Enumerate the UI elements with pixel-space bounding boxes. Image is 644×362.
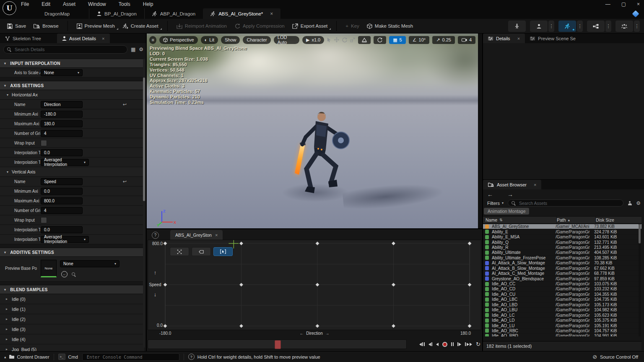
column-header-path[interactable]: Path ▴ [557, 217, 596, 223]
viewport-menu-button[interactable]: ≡ [149, 36, 156, 44]
jump-to-start-button[interactable] [419, 342, 425, 346]
key-button[interactable]: + Key [342, 21, 363, 31]
text-field[interactable]: Speed [41, 178, 83, 185]
blend-sample-point-6[interactable] [239, 283, 243, 287]
asset-row[interactable]: Ability_Ultimate/Game/ParagonGr404.507 K… [483, 250, 641, 255]
asset-row[interactable]: Idle_AO_RBD/Game/ParagonGr104.991 KiB [483, 334, 641, 336]
blend-sample-point-1[interactable] [239, 241, 243, 245]
blend-sample-point-8[interactable] [392, 283, 395, 287]
tab-details[interactable]: Details × [483, 34, 525, 43]
text-field[interactable]: 0.0 [41, 188, 83, 195]
unreal-logo[interactable]: U [3, 1, 16, 15]
asset-row[interactable]: Idle_AO_LU/Game/ParagonGr105.191 KiB [483, 323, 641, 328]
checkbox[interactable] [41, 140, 47, 146]
asset-row[interactable]: AI_Attack_A_Slow_Montage/Game/ParagonGr7… [483, 261, 641, 266]
asset-row[interactable]: AI_Attack_B_Slow_Montage/Game/ParagonGr6… [483, 266, 641, 271]
preview-timeline[interactable] [148, 339, 407, 349]
loop-button[interactable]: ↻ [476, 341, 480, 347]
blend-sample-0[interactable]: ▸Idle (0) [0, 294, 144, 304]
angle-snap-button[interactable]: ∠ 10° [409, 36, 430, 44]
skeleton-mode-button[interactable] [508, 21, 526, 32]
blend-sample-point-3[interactable] [392, 241, 395, 245]
grid-snap-button[interactable]: ▦ 5 [389, 36, 406, 44]
asset-row[interactable]: Idle_AO_LBC/Game/ParagonGr104.735 KiB [483, 297, 641, 302]
asset-row[interactable]: Idle_AO_LBD/Game/ParagonGr105.173 KiB [483, 303, 641, 308]
asset-tab-2[interactable]: ABP_AI_Dragon [144, 8, 203, 19]
surface-snap-button[interactable] [358, 36, 371, 44]
perspective-button[interactable]: Perspective [159, 36, 197, 44]
blend-sample-point-4[interactable] [467, 241, 471, 245]
blend-sample-point-2[interactable] [315, 241, 319, 245]
close-button[interactable]: × [637, 1, 640, 7]
back-button[interactable]: ← [487, 191, 493, 198]
asset-row[interactable]: Ability_Q/Game/ParagonGr132.771 KiB [483, 240, 641, 245]
physics-mode-menu[interactable]: ⋮ [634, 21, 640, 32]
cmd-button[interactable]: >_ Cmd [54, 352, 82, 362]
pose-dropdown[interactable]: None▾ [60, 260, 119, 267]
move-tool-icon[interactable] [334, 37, 339, 42]
tab-asset-browser[interactable]: Asset Browser × [483, 180, 541, 189]
physics-mode-button[interactable] [615, 21, 633, 32]
asset-row[interactable]: Idle_AO_CU/Game/ParagonGr104.355 KiB [483, 292, 641, 297]
asset-row[interactable]: Idle_AO_CC/Game/ParagonGr103.075 KiB [483, 282, 641, 287]
camera-button[interactable]: 4 [458, 36, 475, 44]
rotation-snap-button[interactable] [374, 36, 386, 44]
asset-row[interactable]: ABS_AI_GreyStone/Game/_MCAI/Ani73.882 Ki… [483, 224, 641, 229]
character-button[interactable]: Character [243, 36, 270, 44]
close-icon[interactable]: × [270, 11, 273, 17]
rotate-tool-icon[interactable] [342, 37, 347, 42]
menu-help[interactable]: Help [143, 1, 153, 7]
menu-edit[interactable]: Edit [42, 1, 50, 7]
preview-viewport[interactable]: ≡ Perspective ◐ Lit Show Character LOD A… [147, 34, 478, 228]
jump-to-end-button[interactable] [465, 342, 472, 346]
blend-sample-point-11[interactable] [239, 324, 243, 328]
filters-button[interactable]: Filters ▾ [487, 201, 504, 206]
blend-sample-1[interactable]: ▸Idle (1) [0, 304, 144, 314]
minimize-button[interactable]: — [605, 1, 610, 7]
text-field[interactable]: -180.0 [41, 111, 83, 118]
play-reverse-button[interactable] [436, 343, 439, 346]
animation-mode-menu[interactable]: ⋮ [577, 21, 583, 32]
timeline-scrubber[interactable] [275, 340, 281, 349]
menu-tools[interactable]: Tools [119, 1, 130, 7]
text-field[interactable]: 0.0 [41, 149, 83, 156]
select-mode-button[interactable] [213, 247, 233, 256]
section-header[interactable]: ▾AXIS SETTINGS [0, 81, 144, 90]
blend-sample-point-13[interactable] [392, 324, 395, 328]
asset-row[interactable]: Idle_AO_LC/Game/ParagonGr105.623 KiB [483, 313, 641, 318]
apply-compression-button[interactable]: Apply Compression [231, 21, 288, 31]
console-command-input[interactable] [86, 354, 176, 360]
show-labels-button[interactable] [192, 247, 211, 256]
blend-sample-point-12[interactable] [315, 324, 319, 328]
camera-speed-button[interactable]: ↗ 0.25 [432, 36, 455, 44]
asset-row[interactable]: Ability_Ultimate_FrozenPose/Game/Paragon… [483, 256, 641, 261]
close-icon[interactable]: × [102, 36, 104, 41]
blend-sample-2[interactable]: ▸Idle (2) [0, 314, 144, 324]
search-icon[interactable] [72, 272, 76, 277]
blend-sample-5[interactable]: ▸Jog_Bwd (5) [0, 344, 144, 351]
blend-sample-3[interactable]: ▸Idle (3) [0, 324, 144, 334]
axis-group-horizontal-ax[interactable]: ▾Horizontal Ax [0, 90, 144, 100]
mesh-mode-button[interactable] [530, 21, 548, 32]
export-asset-button[interactable]: Export Asset [288, 21, 332, 31]
asset-row[interactable]: Greystone_AO_Blendspace/Game/ParagonGr97… [483, 276, 641, 281]
animation-mode-button[interactable] [558, 21, 576, 32]
text-field[interactable]: 4 [41, 130, 83, 137]
column-header-name[interactable]: Name ⇅ [486, 217, 557, 223]
mesh-mode-menu[interactable]: ⋮ [548, 21, 554, 32]
axis-group-vertical-axis[interactable]: ▾Vertical Axis [0, 167, 144, 177]
blend-sample-4[interactable]: ▸Idle (4) [0, 334, 144, 344]
asset-row[interactable]: AI_Attack_C_Med_Montage/Game/ParagonGr68… [483, 271, 641, 276]
select-tool-icon[interactable] [327, 37, 331, 42]
gear-icon[interactable]: ⚙ [636, 200, 641, 206]
dropdown-field[interactable]: None▾ [41, 69, 83, 76]
text-field[interactable]: 0.0 [41, 226, 83, 233]
blend-sample-point-7[interactable] [315, 283, 319, 287]
source-control-button[interactable]: ⊘ Source Control Off [592, 354, 644, 360]
close-icon[interactable]: × [534, 182, 536, 187]
gear-icon[interactable]: ⚙ [139, 47, 143, 52]
asset-row[interactable]: Ability_E/Game/ParagonGr324.278 KiB [483, 229, 641, 234]
menu-window[interactable]: Window [88, 1, 106, 7]
details-search-input[interactable] [14, 47, 124, 52]
section-header[interactable]: ▾ADDITIVE SETTINGS [0, 248, 144, 257]
